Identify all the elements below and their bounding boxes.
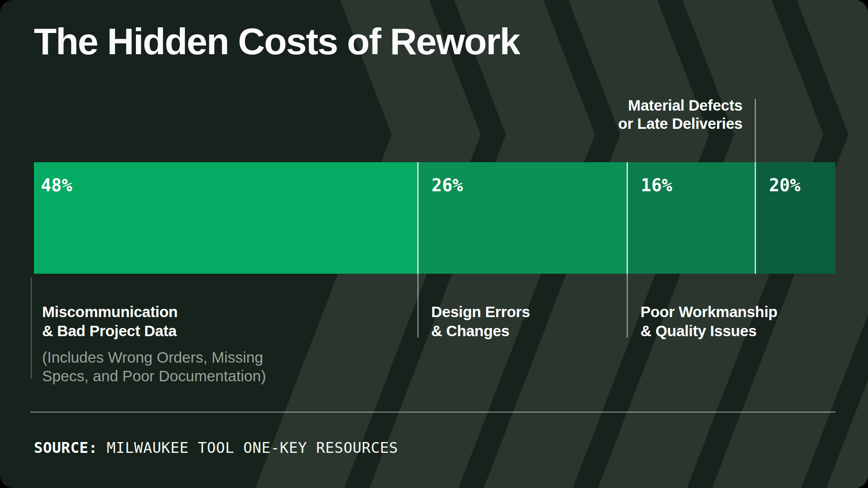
- bar-segment-material-defects: 20%: [755, 162, 835, 274]
- segment-value-label: 20%: [769, 175, 835, 195]
- segment-label-material-defects: Material Defects or Late Deliveries: [618, 96, 743, 133]
- divider-seg2-seg3-extension: [627, 274, 628, 337]
- segment-value-label: 16%: [641, 175, 755, 195]
- segment-label-poor-workmanship: Poor Workmanship & Quality Issues: [640, 302, 777, 341]
- label-rule-miscommunication: [31, 278, 32, 378]
- divider-seg1-seg2-extension: [417, 274, 419, 337]
- segment-label-line1: Miscommunication: [42, 302, 266, 321]
- segment-label-line2: & Quality Issues: [640, 321, 777, 341]
- page-title: The Hidden Costs of Rework: [34, 22, 520, 61]
- segment-note-line2: Specs, and Poor Documentation): [42, 367, 266, 385]
- footer-divider: [30, 412, 835, 413]
- segment-label-line2: & Changes: [431, 321, 530, 341]
- infographic-card: The Hidden Costs of Rework Material Defe…: [0, 0, 868, 488]
- divider-seg3-seg4-extension: [755, 99, 756, 162]
- segment-note-line1: (Includes Wrong Orders, Missing: [42, 348, 266, 367]
- source-text: MILWAUKEE TOOL ONE-KEY RESOURCES: [107, 439, 398, 456]
- stacked-bar: 48% 26% 16% 20%: [34, 162, 835, 274]
- segment-label-line1: Material Defects: [618, 96, 743, 115]
- segment-value-label: 48%: [41, 175, 418, 195]
- segment-label-line2: or Late Deliveries: [618, 115, 743, 133]
- divider-seg3-seg4: [755, 162, 756, 274]
- bar-segment-miscommunication: 48%: [34, 162, 418, 274]
- bar-segment-design-errors: 26%: [418, 162, 627, 274]
- source-line: SOURCE: MILWAUKEE TOOL ONE-KEY RESOURCES: [34, 439, 398, 456]
- divider-seg1-seg2: [417, 162, 419, 274]
- segment-label-line1: Design Errors: [431, 302, 530, 321]
- segment-value-label: 26%: [432, 175, 627, 195]
- segment-label-miscommunication: Miscommunication & Bad Project Data (Inc…: [42, 302, 266, 385]
- bar-segment-poor-workmanship: 16%: [627, 162, 755, 274]
- segment-label-line1: Poor Workmanship: [640, 302, 777, 321]
- segment-label-design-errors: Design Errors & Changes: [431, 302, 530, 341]
- divider-seg2-seg3: [627, 162, 628, 274]
- source-prefix: SOURCE:: [34, 439, 98, 456]
- segment-note: (Includes Wrong Orders, Missing Specs, a…: [42, 348, 266, 385]
- segment-label-line2: & Bad Project Data: [42, 321, 266, 341]
